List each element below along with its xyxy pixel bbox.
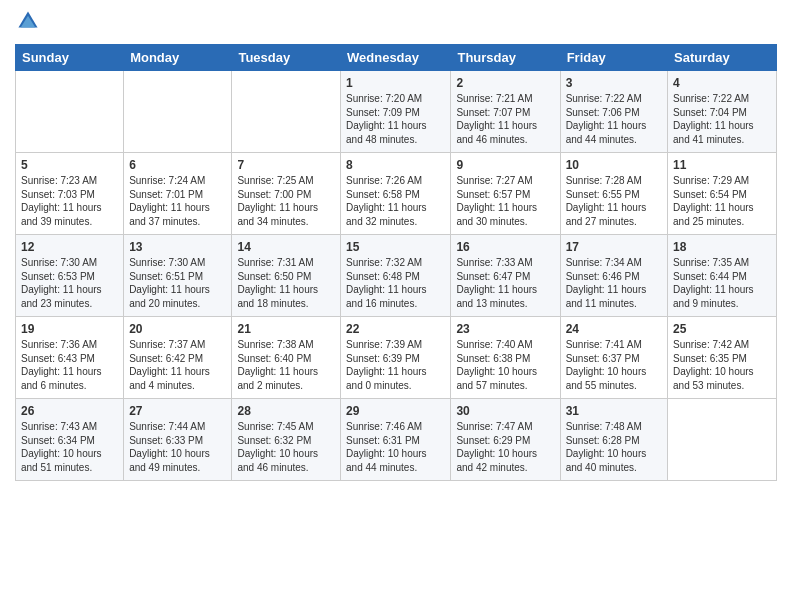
- day-number: 18: [673, 239, 771, 255]
- day-info: Sunrise: 7:24 AM Sunset: 7:01 PM Dayligh…: [129, 174, 226, 228]
- day-cell: 8Sunrise: 7:26 AM Sunset: 6:58 PM Daylig…: [341, 153, 451, 235]
- day-number: 1: [346, 75, 445, 91]
- day-cell: 17Sunrise: 7:34 AM Sunset: 6:46 PM Dayli…: [560, 235, 667, 317]
- day-cell: [668, 399, 777, 481]
- day-number: 5: [21, 157, 118, 173]
- day-info: Sunrise: 7:28 AM Sunset: 6:55 PM Dayligh…: [566, 174, 662, 228]
- day-cell: 20Sunrise: 7:37 AM Sunset: 6:42 PM Dayli…: [124, 317, 232, 399]
- day-info: Sunrise: 7:25 AM Sunset: 7:00 PM Dayligh…: [237, 174, 335, 228]
- weekday-header-friday: Friday: [560, 45, 667, 71]
- weekday-header-wednesday: Wednesday: [341, 45, 451, 71]
- day-cell: 18Sunrise: 7:35 AM Sunset: 6:44 PM Dayli…: [668, 235, 777, 317]
- day-cell: 12Sunrise: 7:30 AM Sunset: 6:53 PM Dayli…: [16, 235, 124, 317]
- day-cell: 11Sunrise: 7:29 AM Sunset: 6:54 PM Dayli…: [668, 153, 777, 235]
- day-number: 27: [129, 403, 226, 419]
- day-number: 12: [21, 239, 118, 255]
- day-info: Sunrise: 7:42 AM Sunset: 6:35 PM Dayligh…: [673, 338, 771, 392]
- day-number: 2: [456, 75, 554, 91]
- day-number: 22: [346, 321, 445, 337]
- day-cell: 16Sunrise: 7:33 AM Sunset: 6:47 PM Dayli…: [451, 235, 560, 317]
- day-cell: 6Sunrise: 7:24 AM Sunset: 7:01 PM Daylig…: [124, 153, 232, 235]
- day-info: Sunrise: 7:29 AM Sunset: 6:54 PM Dayligh…: [673, 174, 771, 228]
- day-number: 30: [456, 403, 554, 419]
- week-row-2: 12Sunrise: 7:30 AM Sunset: 6:53 PM Dayli…: [16, 235, 777, 317]
- day-number: 14: [237, 239, 335, 255]
- day-info: Sunrise: 7:26 AM Sunset: 6:58 PM Dayligh…: [346, 174, 445, 228]
- day-number: 26: [21, 403, 118, 419]
- day-info: Sunrise: 7:31 AM Sunset: 6:50 PM Dayligh…: [237, 256, 335, 310]
- weekday-header-tuesday: Tuesday: [232, 45, 341, 71]
- day-cell: 23Sunrise: 7:40 AM Sunset: 6:38 PM Dayli…: [451, 317, 560, 399]
- day-cell: [124, 71, 232, 153]
- week-row-0: 1Sunrise: 7:20 AM Sunset: 7:09 PM Daylig…: [16, 71, 777, 153]
- day-info: Sunrise: 7:47 AM Sunset: 6:29 PM Dayligh…: [456, 420, 554, 474]
- day-cell: 3Sunrise: 7:22 AM Sunset: 7:06 PM Daylig…: [560, 71, 667, 153]
- day-cell: [232, 71, 341, 153]
- day-cell: 26Sunrise: 7:43 AM Sunset: 6:34 PM Dayli…: [16, 399, 124, 481]
- day-info: Sunrise: 7:38 AM Sunset: 6:40 PM Dayligh…: [237, 338, 335, 392]
- week-row-4: 26Sunrise: 7:43 AM Sunset: 6:34 PM Dayli…: [16, 399, 777, 481]
- day-number: 6: [129, 157, 226, 173]
- day-cell: 22Sunrise: 7:39 AM Sunset: 6:39 PM Dayli…: [341, 317, 451, 399]
- weekday-header-monday: Monday: [124, 45, 232, 71]
- calendar-table: SundayMondayTuesdayWednesdayThursdayFrid…: [15, 44, 777, 481]
- day-number: 23: [456, 321, 554, 337]
- day-info: Sunrise: 7:20 AM Sunset: 7:09 PM Dayligh…: [346, 92, 445, 146]
- day-cell: 24Sunrise: 7:41 AM Sunset: 6:37 PM Dayli…: [560, 317, 667, 399]
- day-info: Sunrise: 7:33 AM Sunset: 6:47 PM Dayligh…: [456, 256, 554, 310]
- day-info: Sunrise: 7:37 AM Sunset: 6:42 PM Dayligh…: [129, 338, 226, 392]
- day-cell: 9Sunrise: 7:27 AM Sunset: 6:57 PM Daylig…: [451, 153, 560, 235]
- day-cell: 4Sunrise: 7:22 AM Sunset: 7:04 PM Daylig…: [668, 71, 777, 153]
- weekday-header-sunday: Sunday: [16, 45, 124, 71]
- day-info: Sunrise: 7:22 AM Sunset: 7:06 PM Dayligh…: [566, 92, 662, 146]
- day-number: 10: [566, 157, 662, 173]
- day-cell: 15Sunrise: 7:32 AM Sunset: 6:48 PM Dayli…: [341, 235, 451, 317]
- generalblue-icon: [17, 10, 39, 32]
- day-number: 20: [129, 321, 226, 337]
- day-number: 13: [129, 239, 226, 255]
- day-number: 7: [237, 157, 335, 173]
- day-cell: 14Sunrise: 7:31 AM Sunset: 6:50 PM Dayli…: [232, 235, 341, 317]
- day-info: Sunrise: 7:44 AM Sunset: 6:33 PM Dayligh…: [129, 420, 226, 474]
- day-info: Sunrise: 7:35 AM Sunset: 6:44 PM Dayligh…: [673, 256, 771, 310]
- logo: [15, 10, 41, 36]
- day-number: 19: [21, 321, 118, 337]
- day-cell: 31Sunrise: 7:48 AM Sunset: 6:28 PM Dayli…: [560, 399, 667, 481]
- day-cell: 21Sunrise: 7:38 AM Sunset: 6:40 PM Dayli…: [232, 317, 341, 399]
- day-number: 17: [566, 239, 662, 255]
- day-cell: 5Sunrise: 7:23 AM Sunset: 7:03 PM Daylig…: [16, 153, 124, 235]
- week-row-3: 19Sunrise: 7:36 AM Sunset: 6:43 PM Dayli…: [16, 317, 777, 399]
- day-cell: 2Sunrise: 7:21 AM Sunset: 7:07 PM Daylig…: [451, 71, 560, 153]
- day-info: Sunrise: 7:39 AM Sunset: 6:39 PM Dayligh…: [346, 338, 445, 392]
- day-number: 9: [456, 157, 554, 173]
- day-cell: 13Sunrise: 7:30 AM Sunset: 6:51 PM Dayli…: [124, 235, 232, 317]
- day-number: 24: [566, 321, 662, 337]
- day-info: Sunrise: 7:45 AM Sunset: 6:32 PM Dayligh…: [237, 420, 335, 474]
- day-info: Sunrise: 7:48 AM Sunset: 6:28 PM Dayligh…: [566, 420, 662, 474]
- day-cell: 29Sunrise: 7:46 AM Sunset: 6:31 PM Dayli…: [341, 399, 451, 481]
- day-number: 21: [237, 321, 335, 337]
- day-number: 16: [456, 239, 554, 255]
- day-number: 8: [346, 157, 445, 173]
- page: SundayMondayTuesdayWednesdayThursdayFrid…: [0, 0, 792, 612]
- day-cell: 25Sunrise: 7:42 AM Sunset: 6:35 PM Dayli…: [668, 317, 777, 399]
- day-number: 15: [346, 239, 445, 255]
- day-info: Sunrise: 7:23 AM Sunset: 7:03 PM Dayligh…: [21, 174, 118, 228]
- day-number: 29: [346, 403, 445, 419]
- day-number: 28: [237, 403, 335, 419]
- day-info: Sunrise: 7:40 AM Sunset: 6:38 PM Dayligh…: [456, 338, 554, 392]
- day-info: Sunrise: 7:34 AM Sunset: 6:46 PM Dayligh…: [566, 256, 662, 310]
- day-info: Sunrise: 7:41 AM Sunset: 6:37 PM Dayligh…: [566, 338, 662, 392]
- day-info: Sunrise: 7:36 AM Sunset: 6:43 PM Dayligh…: [21, 338, 118, 392]
- weekday-header-thursday: Thursday: [451, 45, 560, 71]
- day-cell: 28Sunrise: 7:45 AM Sunset: 6:32 PM Dayli…: [232, 399, 341, 481]
- day-cell: 10Sunrise: 7:28 AM Sunset: 6:55 PM Dayli…: [560, 153, 667, 235]
- day-info: Sunrise: 7:30 AM Sunset: 6:53 PM Dayligh…: [21, 256, 118, 310]
- day-cell: 19Sunrise: 7:36 AM Sunset: 6:43 PM Dayli…: [16, 317, 124, 399]
- day-number: 31: [566, 403, 662, 419]
- day-info: Sunrise: 7:46 AM Sunset: 6:31 PM Dayligh…: [346, 420, 445, 474]
- day-info: Sunrise: 7:30 AM Sunset: 6:51 PM Dayligh…: [129, 256, 226, 310]
- day-cell: 27Sunrise: 7:44 AM Sunset: 6:33 PM Dayli…: [124, 399, 232, 481]
- day-cell: 7Sunrise: 7:25 AM Sunset: 7:00 PM Daylig…: [232, 153, 341, 235]
- weekday-header-row: SundayMondayTuesdayWednesdayThursdayFrid…: [16, 45, 777, 71]
